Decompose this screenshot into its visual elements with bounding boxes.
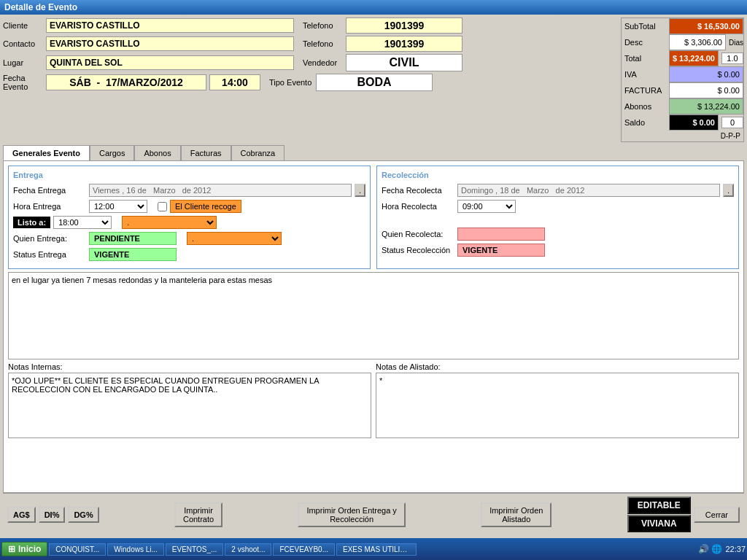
place-input[interactable]: [46, 55, 294, 70]
contact-input[interactable]: [46, 36, 294, 51]
dias-section: Dias: [729, 39, 743, 47]
system-tray: 🔊 🌐: [698, 544, 722, 554]
abonos-value: $ 13,224.00: [669, 98, 743, 114]
main-content: Cliente Telefono Contacto Telefono Lugar: [0, 15, 747, 538]
status-recoleccion-input[interactable]: [457, 244, 545, 257]
entrega-title: Entrega: [13, 171, 365, 179]
summary-panel: SubTotal $ 16,530.00 Desc $ 3,306.00 Dia…: [621, 18, 744, 142]
tab-facturas[interactable]: Facturas: [181, 145, 231, 160]
fecha-entrega-btn[interactable]: .: [355, 184, 365, 197]
listo-label: Listo a:: [13, 217, 50, 228]
date-input[interactable]: [46, 74, 206, 90]
ag-button[interactable]: AG$: [7, 507, 36, 523]
status-entrega-input[interactable]: [89, 248, 177, 261]
dias-label: Dias: [729, 39, 743, 47]
imprimir-contrato-button[interactable]: Imprimir Contrato: [174, 502, 222, 527]
taskbar-item-4[interactable]: FCEVEAYB0...: [273, 543, 335, 556]
vendor-label: Vendedor: [303, 58, 343, 67]
client-input[interactable]: [46, 18, 294, 33]
dropdown2-select[interactable]: .: [187, 232, 282, 245]
fecha-recolecta-input[interactable]: [457, 184, 720, 197]
iva-row: IVA $ 0.00: [622, 66, 743, 82]
hora-entrega-select[interactable]: 12:00: [89, 200, 147, 213]
event-type-input[interactable]: [316, 74, 433, 91]
window-title: Detalle de Evento: [4, 2, 77, 12]
windows-logo-icon: ⊞: [8, 544, 15, 554]
hora-recolecta-select[interactable]: 09:00: [457, 200, 516, 213]
recoleccion-panel: Recolección Fecha Recolecta . Hora Recol…: [376, 166, 739, 269]
client-label: Cliente: [3, 21, 43, 30]
main-window: Detalle de Evento Cliente Telefono Conta…: [0, 0, 747, 560]
status-recoleccion-label: Status Recolección: [382, 246, 454, 254]
factura-row: FACTURA $ 0.00: [622, 82, 743, 98]
fecha-recolecta-btn[interactable]: .: [723, 184, 734, 197]
tab-cobranza[interactable]: Cobranza: [231, 145, 285, 160]
fecha-entrega-label: Fecha Entrega: [13, 186, 86, 195]
clock: 22:37: [725, 545, 746, 553]
hora-recolecta-row: Hora Recolecta 09:00: [382, 200, 734, 213]
notas-alistado-label: Notas de Alistado:: [376, 362, 739, 371]
taskbar-right: 🔊 🌐 22:37: [698, 544, 746, 554]
notas-alistado-panel: Notas de Alistado: *: [376, 362, 739, 440]
cerrar-button[interactable]: Cerrar: [694, 507, 740, 523]
dpp-input[interactable]: [721, 117, 743, 128]
listo-select[interactable]: 18:00: [53, 216, 112, 229]
vendor-input[interactable]: [346, 54, 462, 71]
quien-recolecta-label: Quien Recolecta:: [382, 230, 454, 238]
delivery-section: Entrega Fecha Entrega . Hora Entrega 12:…: [8, 166, 739, 269]
notes-main-textarea[interactable]: en el lugar ya tienen 7 mesas redondas y…: [8, 272, 739, 359]
contact-row: Contacto Telefono: [3, 36, 618, 52]
title-bar: Detalle de Evento: [0, 0, 747, 15]
total-label: Total: [622, 54, 669, 63]
fecha-recolecta-row: Fecha Recolecta .: [382, 184, 734, 197]
client-recoge-checkbox[interactable]: [158, 202, 167, 211]
taskbar-item-5[interactable]: EXES MAS UTILIZADOS »: [336, 543, 417, 556]
quien-recolecta-row: Quien Recolecta:: [382, 228, 734, 241]
tab-generales[interactable]: Generales Evento: [3, 145, 90, 160]
desc-row: Desc $ 3,306.00 Dias: [622, 34, 743, 50]
client-recoge-btn[interactable]: El Cliente recoge: [170, 200, 241, 213]
saldo-value: $ 0.00: [669, 114, 719, 131]
time-input[interactable]: [209, 74, 260, 90]
taskbar-item-3[interactable]: 2 vshoot...: [225, 543, 271, 556]
tab-abonos[interactable]: Abonos: [134, 145, 180, 160]
phone-input1[interactable]: [346, 18, 462, 34]
subtotal-row: SubTotal $ 16,530.00: [622, 18, 743, 34]
taskbar-item-2[interactable]: EVENTOS_...: [166, 543, 224, 556]
dpp-label: D-P-P: [721, 132, 740, 140]
taskbar: ⊞ Inicio CONQUIST... Windows Li... EVENT…: [0, 538, 747, 560]
imprimir-orden-button[interactable]: Imprimir Orden Entrega y Recolección: [298, 502, 405, 527]
notas-alistado-textarea[interactable]: *: [376, 373, 739, 438]
factura-label: FACTURA: [622, 86, 669, 95]
editable-button[interactable]: EDITABLE: [627, 497, 691, 514]
desc-label: Desc: [622, 38, 669, 47]
phone-label1: Telefono: [303, 21, 343, 30]
notas-internas-label: Notas Internas:: [8, 362, 371, 371]
dg-button[interactable]: DG%: [68, 507, 98, 523]
fecha-entrega-input[interactable]: [89, 184, 352, 197]
phone-input2[interactable]: [346, 36, 462, 52]
status-recoleccion-row: Status Recolección: [382, 244, 734, 257]
date-row: Fecha Evento Tipo Evento: [3, 74, 618, 91]
imprimir-alistado-button[interactable]: Imprimir Orden Alistado: [481, 502, 551, 527]
form-area: Cliente Telefono Contacto Telefono Lugar: [3, 18, 618, 142]
listo-row: Listo a: 18:00 .: [13, 216, 365, 229]
dias-input[interactable]: [721, 52, 743, 64]
quien-entrega-input[interactable]: [89, 232, 177, 245]
start-button[interactable]: ⊞ Inicio: [1, 542, 47, 556]
taskbar-item-1[interactable]: Windows Li...: [107, 543, 163, 556]
iva-label: IVA: [622, 70, 669, 79]
status-entrega-label: Status Entrega: [13, 250, 86, 259]
hora-recolecta-label: Hora Recolecta: [382, 202, 454, 211]
notas-internas-textarea[interactable]: *OJO LUPE** EL CLIENTE ES ESPECIAL CUAND…: [8, 373, 371, 438]
client-row: Cliente Telefono: [3, 18, 618, 34]
viviana-button[interactable]: VIVIANA: [627, 515, 691, 532]
tab-cargos[interactable]: Cargos: [90, 145, 134, 160]
saldo-label: Saldo: [622, 118, 669, 127]
taskbar-item-0[interactable]: CONQUIST...: [49, 543, 106, 556]
dropdown1-select[interactable]: .: [122, 216, 217, 229]
quien-recolecta-input[interactable]: [457, 228, 545, 241]
di-button[interactable]: DI%: [39, 507, 66, 523]
subtotal-label: SubTotal: [622, 22, 669, 31]
total-value: $ 13,224.00: [669, 50, 719, 66]
